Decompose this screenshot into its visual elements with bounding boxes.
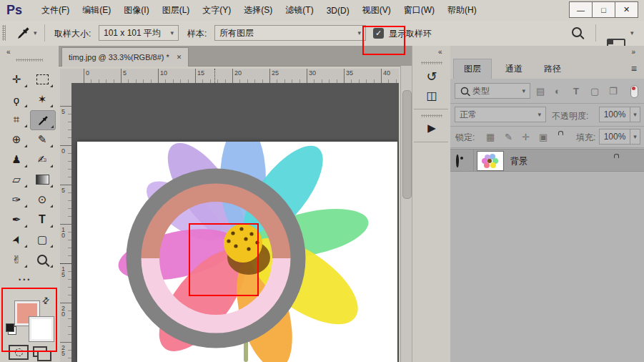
sample-source-dropdown[interactable]: 所有图层 ▾ — [214, 25, 366, 41]
close-tab-icon[interactable]: ✕ — [177, 54, 182, 61]
hand-tool[interactable]: ✌ — [4, 250, 29, 269]
layer-thumbnail[interactable] — [477, 152, 503, 170]
spot-healing-tool[interactable]: ⊕ — [4, 130, 29, 149]
menu-3d[interactable]: 3D(D) — [320, 6, 356, 16]
gradient-tool[interactable] — [30, 170, 54, 189]
adjustment-filter-icon[interactable]: ◐ — [555, 86, 560, 97]
layers-panel: » 图层 通道 路径 ≡ 类型 ▾ ▤ ◐ T ▢ ❐ — [450, 46, 644, 362]
menu-image[interactable]: 图像(I) — [117, 4, 155, 16]
lock-paint-icon[interactable]: ✎ — [505, 132, 512, 142]
workspace-chevron-icon[interactable]: ▾ — [630, 30, 634, 36]
menu-layer[interactable]: 图层(L) — [156, 4, 197, 16]
lock-row: 锁定: ▦ ✎ ✛ ▣ 填充: 100% ▾ — [450, 126, 644, 148]
history-panel-icon[interactable]: ↺ — [412, 69, 451, 84]
document-title: timg.jpg @ 33.3%(RGB/8#) * — [69, 53, 169, 62]
layer-filter-dropdown[interactable]: 类型 ▾ — [455, 83, 530, 99]
pen-icon: ✒ — [12, 213, 21, 226]
lock-transparency-icon[interactable]: ▦ — [486, 132, 495, 142]
smart-object-filter-icon[interactable]: ❐ — [609, 86, 618, 97]
crop-icon: ⌗ — [14, 113, 19, 126]
move-tool[interactable]: ✛ — [4, 70, 29, 89]
magic-wand-tool[interactable]: ✶ — [30, 90, 54, 109]
swap-colors-icon[interactable]: ⇄ — [40, 294, 52, 306]
menu-filter[interactable]: 滤镜(T) — [279, 4, 319, 16]
menu-help[interactable]: 帮助(H) — [441, 4, 483, 16]
canvas[interactable] — [71, 83, 399, 362]
scrollbar-thumb[interactable] — [402, 90, 412, 199]
tab-layers[interactable]: 图层 — [453, 59, 492, 79]
toolbar-grip[interactable] — [16, 59, 43, 62]
opacity-chevron[interactable]: ▾ — [630, 107, 640, 122]
ruler-label: 20 — [61, 305, 67, 317]
fill-chevron[interactable]: ▾ — [630, 129, 640, 145]
tool-preset-chevron-icon[interactable]: ▾ — [34, 30, 37, 36]
tab-channels[interactable]: 通道 — [495, 59, 533, 79]
collapse-panels-icon[interactable]: « — [438, 48, 442, 56]
panel-menu-icon[interactable]: ≡ — [631, 63, 637, 74]
actions-panel-icon[interactable]: ▶ — [412, 122, 451, 134]
crop-tool[interactable]: ⌗ — [4, 110, 29, 129]
tab-paths[interactable]: 路径 — [536, 59, 569, 79]
fill-value[interactable]: 100% — [599, 129, 630, 145]
menu-select[interactable]: 选择(S) — [237, 4, 279, 16]
menu-edit[interactable]: 编辑(E) — [76, 4, 117, 16]
sample-size-value: 101 x 101 平均 — [104, 27, 161, 39]
path-select-tool[interactable]: ➤ — [4, 230, 29, 249]
opacity-value[interactable]: 100% — [599, 107, 630, 122]
strip-grip[interactable] — [421, 62, 442, 64]
smudge-tool[interactable]: ✑ — [4, 190, 29, 209]
vertical-scrollbar[interactable] — [400, 66, 412, 362]
options-grip[interactable] — [2, 25, 6, 41]
strip-grip[interactable] — [421, 114, 442, 117]
type-filter-icon[interactable]: T — [573, 86, 579, 97]
fill-text: 100% — [604, 132, 626, 142]
marquee-tool[interactable] — [30, 70, 54, 89]
eyedropper-tool[interactable] — [30, 110, 56, 130]
sample-size-dropdown[interactable]: 101 x 101 平均 ▾ — [99, 25, 179, 41]
shape-filter-icon[interactable]: ▢ — [590, 86, 599, 97]
menu-type[interactable]: 文字(Y) — [196, 4, 237, 16]
close-button[interactable]: ✕ — [615, 1, 638, 18]
collapse-panel-icon[interactable]: « — [6, 48, 11, 56]
sample-size-label: 取样大小: — [54, 28, 91, 40]
maximize-button[interactable]: □ — [592, 1, 615, 18]
brush-tool[interactable]: ✎ — [30, 130, 54, 149]
document-tab[interactable]: timg.jpg @ 33.3%(RGB/8#) * ✕ — [61, 47, 189, 67]
ruler-origin-corner[interactable] — [60, 69, 72, 84]
visibility-cell[interactable] — [450, 150, 474, 171]
history-brush-tool[interactable]: ✍ — [30, 150, 54, 169]
lock-move-icon[interactable]: ✛ — [522, 132, 530, 142]
default-colors-icon[interactable] — [6, 323, 14, 332]
eye-icon[interactable] — [456, 155, 459, 167]
eyedropper-tool-preset-icon[interactable] — [17, 26, 30, 39]
dodge-tool[interactable]: ⊙ — [30, 190, 54, 209]
menu-file[interactable]: 文件(F) — [35, 4, 76, 16]
filter-toggle-switch[interactable] — [630, 85, 638, 98]
menu-window[interactable]: 窗口(W) — [397, 4, 441, 16]
layer-name[interactable]: 背景 — [510, 155, 527, 167]
expand-panels-icon[interactable]: » — [631, 48, 635, 56]
vertical-ruler[interactable]: 5 0 5 10 15 20 25 — [60, 83, 72, 362]
clone-stamp-tool[interactable]: ♟ — [4, 150, 29, 169]
screen-mode-button[interactable] — [33, 346, 47, 357]
blend-mode-dropdown[interactable]: 正常 ▾ — [455, 107, 546, 122]
lock-artboard-icon[interactable]: ▣ — [539, 132, 548, 142]
show-sampling-ring-checkbox[interactable]: ✓ — [373, 28, 384, 39]
shape-tool[interactable]: ▢ — [30, 230, 54, 249]
layer-row-background[interactable]: 背景 — [450, 149, 644, 172]
menu-view[interactable]: 视图(V) — [356, 4, 397, 16]
minimize-button[interactable]: — — [569, 1, 593, 18]
pixel-layer-filter-icon[interactable]: ▤ — [536, 86, 545, 97]
zoom-tool[interactable] — [30, 250, 54, 269]
quick-mask-button[interactable] — [9, 345, 29, 360]
toolbar-ellipsis[interactable]: ••• — [19, 276, 31, 283]
background-color-swatch[interactable] — [29, 316, 54, 342]
search-icon[interactable] — [572, 27, 582, 37]
lasso-tool[interactable]: ϙ — [4, 90, 29, 109]
3d-panel-icon[interactable]: ◫ — [412, 89, 451, 102]
eraser-tool[interactable]: ▱ — [4, 170, 29, 189]
type-tool[interactable]: T — [30, 210, 54, 229]
pen-tool[interactable]: ✒ — [4, 210, 29, 229]
ruler-label: 15 — [197, 69, 204, 77]
horizontal-ruler[interactable]: 0 5 10 15 20 25 30 35 40 — [71, 69, 399, 84]
